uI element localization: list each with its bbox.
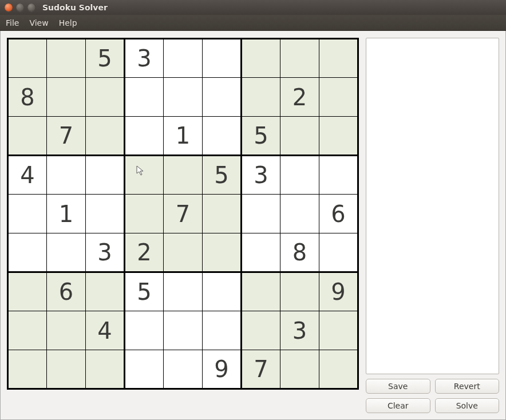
minimize-icon[interactable] [16, 3, 24, 11]
cell[interactable] [203, 272, 242, 311]
menu-view[interactable]: View [29, 18, 48, 27]
cell[interactable] [125, 117, 164, 156]
cell[interactable] [47, 39, 86, 78]
sudoku-board: 53827154531763286594397 [7, 38, 359, 390]
cell[interactable] [319, 39, 358, 78]
cell[interactable]: 1 [164, 117, 203, 156]
cell[interactable] [8, 350, 47, 389]
clear-button[interactable]: Clear [366, 398, 430, 413]
button-row-2: Clear Solve [366, 398, 499, 413]
cell[interactable] [47, 350, 86, 389]
cell[interactable] [164, 233, 203, 272]
log-panel[interactable] [366, 38, 499, 374]
cell[interactable] [242, 195, 280, 233]
maximize-icon[interactable] [27, 3, 35, 11]
cell[interactable] [242, 78, 280, 117]
cell[interactable]: 8 [280, 233, 319, 272]
cell[interactable] [8, 272, 47, 311]
cell[interactable] [86, 156, 125, 195]
content-area: 53827154531763286594397 Save Revert Clea… [0, 31, 506, 420]
cell[interactable] [280, 195, 319, 233]
cell[interactable]: 7 [164, 195, 203, 233]
cell[interactable] [125, 156, 164, 195]
cell[interactable] [280, 156, 319, 195]
cell[interactable]: 9 [203, 350, 242, 389]
cell[interactable] [242, 39, 280, 78]
cell[interactable]: 5 [86, 39, 125, 78]
cell[interactable] [86, 78, 125, 117]
cell[interactable]: 3 [242, 156, 280, 195]
cell[interactable] [164, 156, 203, 195]
cell[interactable] [164, 311, 203, 350]
cell[interactable] [203, 311, 242, 350]
cell[interactable] [242, 311, 280, 350]
cell[interactable] [203, 39, 242, 78]
cell[interactable] [8, 195, 47, 233]
cell[interactable] [280, 39, 319, 78]
cell[interactable]: 6 [319, 195, 358, 233]
cell[interactable] [164, 350, 203, 389]
cell[interactable]: 5 [125, 272, 164, 311]
cell[interactable] [125, 311, 164, 350]
menu-help[interactable]: Help [59, 18, 77, 27]
save-button[interactable]: Save [366, 379, 430, 394]
cell[interactable]: 7 [47, 117, 86, 156]
cell[interactable] [86, 117, 125, 156]
cell[interactable] [47, 311, 86, 350]
cell[interactable] [47, 233, 86, 272]
cell[interactable] [47, 78, 86, 117]
cell[interactable] [125, 78, 164, 117]
cell[interactable]: 3 [86, 233, 125, 272]
cell[interactable] [203, 78, 242, 117]
cell[interactable]: 4 [8, 156, 47, 195]
cell[interactable] [319, 311, 358, 350]
cell[interactable] [203, 233, 242, 272]
cell[interactable]: 3 [125, 39, 164, 78]
cell[interactable] [319, 233, 358, 272]
solve-button[interactable]: Solve [435, 398, 500, 413]
cell[interactable] [242, 233, 280, 272]
cell[interactable]: 2 [125, 233, 164, 272]
menu-bar: File View Help [0, 15, 506, 31]
cell[interactable]: 2 [280, 78, 319, 117]
cell[interactable]: 9 [319, 272, 358, 311]
cell[interactable] [164, 78, 203, 117]
title-bar: Sudoku Solver [0, 0, 506, 15]
menu-file[interactable]: File [6, 18, 19, 27]
close-icon[interactable] [5, 3, 13, 11]
cell[interactable]: 5 [242, 117, 280, 156]
cell[interactable]: 5 [203, 156, 242, 195]
sidebar: Save Revert Clear Solve [366, 38, 499, 413]
cell[interactable] [8, 117, 47, 156]
cell[interactable] [164, 272, 203, 311]
cell[interactable]: 1 [47, 195, 86, 233]
cell[interactable] [242, 272, 280, 311]
cell[interactable] [319, 156, 358, 195]
cell[interactable] [86, 272, 125, 311]
cell[interactable] [319, 117, 358, 156]
cell[interactable] [319, 78, 358, 117]
cell[interactable] [125, 195, 164, 233]
cell[interactable] [319, 350, 358, 389]
cell[interactable] [8, 233, 47, 272]
cell[interactable]: 3 [280, 311, 319, 350]
cell[interactable] [280, 350, 319, 389]
cell[interactable] [280, 117, 319, 156]
cell[interactable] [8, 39, 47, 78]
cell[interactable] [164, 39, 203, 78]
cell[interactable]: 7 [242, 350, 280, 389]
cell[interactable] [8, 311, 47, 350]
cell[interactable] [86, 350, 125, 389]
cell[interactable] [203, 195, 242, 233]
cell[interactable] [86, 195, 125, 233]
cell[interactable] [280, 272, 319, 311]
cell[interactable] [47, 156, 86, 195]
cell[interactable] [125, 350, 164, 389]
cell[interactable]: 6 [47, 272, 86, 311]
revert-button[interactable]: Revert [435, 379, 500, 394]
cell[interactable]: 8 [8, 78, 47, 117]
window-title: Sudoku Solver [42, 3, 108, 12]
button-row-1: Save Revert [366, 379, 499, 394]
cell[interactable]: 4 [86, 311, 125, 350]
cell[interactable] [203, 117, 242, 156]
